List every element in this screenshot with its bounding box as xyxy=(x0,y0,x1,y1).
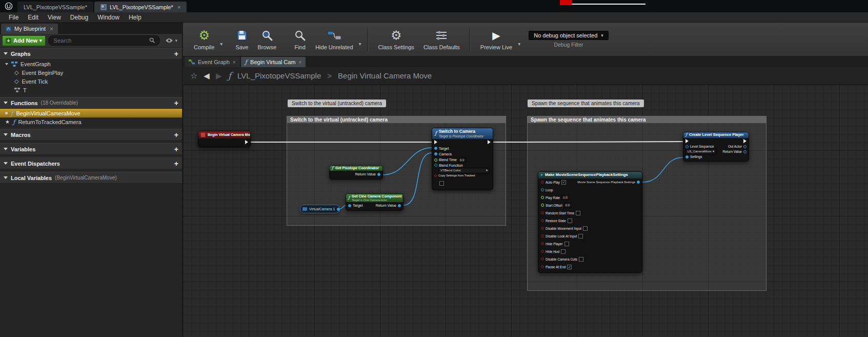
section-event-dispatchers[interactable]: Event Dispatchers + xyxy=(0,157,182,169)
tab-event-graph[interactable]: Event Graph × xyxy=(185,57,240,67)
exec-out-pin[interactable] xyxy=(743,139,746,143)
loop-pin[interactable] xyxy=(541,188,544,191)
node-begin-virtual-camera-move[interactable]: Begin Virtual Camera Move xyxy=(198,131,251,147)
node-create-level-sequence-player[interactable]: ƒ Create Level Sequence Player Level Seq… xyxy=(683,132,749,162)
class-settings-button[interactable]: ⚙ Class Settings xyxy=(374,24,419,55)
node-virtual-camera-variable[interactable]: VirtualCamera 1 xyxy=(300,205,340,213)
start-offset-field[interactable]: 0.0 xyxy=(564,203,571,208)
play-rate-field[interactable]: 1.0 xyxy=(561,195,569,200)
menu-window[interactable]: Window xyxy=(93,12,124,23)
level-sequence-asset-picker[interactable]: LS_CameraMove ▾ xyxy=(685,149,716,154)
hide-player-checkbox[interactable] xyxy=(564,242,569,246)
return-value-pin[interactable] xyxy=(743,150,746,153)
exec-in-pin[interactable] xyxy=(434,140,437,144)
graph-canvas[interactable]: Switch to the virtual (untracked) camera… xyxy=(183,85,868,337)
target-pin[interactable] xyxy=(348,204,351,207)
browse-button[interactable]: Browse xyxy=(253,24,281,55)
exec-out-pin[interactable] xyxy=(245,140,248,144)
level-sequence-pin[interactable] xyxy=(685,145,689,148)
nav-forward-button[interactable]: ▶ xyxy=(216,71,222,81)
favorite-star-icon[interactable]: ☆ xyxy=(190,71,197,81)
disable-look-at-input-checkbox[interactable] xyxy=(578,234,583,239)
tree-item-t[interactable]: T xyxy=(0,86,182,94)
blend-function-pin[interactable] xyxy=(434,164,437,167)
view-options-button[interactable]: ▾ xyxy=(163,38,180,43)
out-actor-pin[interactable] xyxy=(743,145,746,148)
restore-state-pin[interactable] xyxy=(541,219,544,222)
blend-time-field[interactable]: 0.0 xyxy=(458,157,466,163)
section-graphs[interactable]: Graphs + xyxy=(0,48,182,60)
disable-camera-cuts-pin[interactable] xyxy=(541,257,544,261)
random-start-time-pin[interactable] xyxy=(541,211,544,214)
auto-play-checkbox[interactable] xyxy=(561,180,566,185)
menu-help[interactable]: Help xyxy=(124,12,146,23)
preview-live-button[interactable]: ▶ Preview Live xyxy=(476,24,517,55)
menu-edit[interactable]: Edit xyxy=(23,12,43,23)
breadcrumb-root[interactable]: LVL_PixotopeVSSample xyxy=(237,71,321,80)
copy-settings-checkbox[interactable] xyxy=(439,181,444,186)
tree-item-begin-virtual-camera-move[interactable]: ƒ BeginVirtualCameraMove xyxy=(0,109,182,117)
node-get-cine-camera-component[interactable]: ƒ Get Cine Camera Component Target is Ci… xyxy=(346,193,403,211)
collapse-arrow-icon[interactable] xyxy=(5,63,8,65)
compile-options-caret[interactable]: ▾ xyxy=(219,41,224,47)
camera-pin[interactable] xyxy=(434,152,437,155)
hide-unrelated-caret[interactable]: ▾ xyxy=(358,41,362,47)
menu-view[interactable]: View xyxy=(43,12,66,23)
menu-debug[interactable]: Debug xyxy=(66,12,93,23)
add-dispatcher-button[interactable]: + xyxy=(174,160,178,167)
window-tab-blueprint-editor[interactable]: LVL_PixotopeVSSample* × xyxy=(94,2,187,12)
class-defaults-button[interactable]: Class Defaults xyxy=(419,24,465,55)
hide-hud-checkbox[interactable] xyxy=(561,249,566,254)
return-value-pin[interactable] xyxy=(398,204,401,207)
playback-settings-out-pin[interactable] xyxy=(637,181,640,184)
section-macros[interactable]: Macros + xyxy=(0,129,182,141)
random-start-time-checkbox[interactable] xyxy=(576,211,580,215)
menu-file[interactable]: File xyxy=(4,12,23,23)
add-function-button[interactable]: + xyxy=(174,100,178,107)
close-icon[interactable]: × xyxy=(177,4,180,10)
tree-item-event-beginplay[interactable]: ◇ Event BeginPlay xyxy=(0,68,182,77)
section-functions[interactable]: Functions (18 Overridable) + xyxy=(0,97,182,109)
tree-item-eventgraph[interactable]: EventGraph xyxy=(0,60,182,68)
add-variable-button[interactable]: + xyxy=(174,146,178,153)
play-rate-pin[interactable] xyxy=(541,196,544,199)
add-new-button[interactable]: + Add New ▾ xyxy=(2,35,46,46)
breadcrumb-current[interactable]: Begin Virtual Camera Move xyxy=(338,71,432,80)
hide-unrelated-button[interactable]: Hide Unrelated xyxy=(311,24,357,55)
copy-settings-pin[interactable] xyxy=(434,174,437,177)
start-offset-pin[interactable] xyxy=(541,204,544,207)
nav-back-button[interactable]: ◀ xyxy=(204,71,210,81)
pause-at-end-checkbox[interactable] xyxy=(567,265,572,269)
compile-button[interactable]: ⚙ Compile xyxy=(189,24,219,55)
variable-out-pin[interactable] xyxy=(337,208,340,211)
add-macro-button[interactable]: + xyxy=(174,131,178,138)
return-value-pin[interactable] xyxy=(377,173,380,176)
add-graph-button[interactable]: + xyxy=(174,50,178,57)
close-icon[interactable]: × xyxy=(299,60,302,65)
preview-live-caret[interactable]: ▾ xyxy=(517,41,521,47)
section-local-variables[interactable]: Local Variables (BeginVirtualCameraMove) xyxy=(0,172,182,184)
tree-item-event-tick[interactable]: ◇ Event Tick xyxy=(0,77,182,86)
hide-player-pin[interactable] xyxy=(541,242,544,245)
disable-look-at-input-pin[interactable] xyxy=(541,234,544,237)
exec-out-pin[interactable] xyxy=(488,140,491,144)
hide-hud-pin[interactable] xyxy=(541,250,544,253)
search-box[interactable] xyxy=(48,35,160,46)
search-input[interactable] xyxy=(53,37,150,44)
find-button[interactable]: Find xyxy=(289,24,311,55)
blend-function-dropdown[interactable]: VTBlend Cubic ▾ xyxy=(438,168,490,173)
node-make-playback-settings[interactable]: ▸ Make MovieSceneSequencePlaybackSetting… xyxy=(538,171,642,273)
auto-play-pin[interactable] xyxy=(541,181,544,184)
save-button[interactable]: Save xyxy=(231,24,253,55)
close-icon[interactable]: × xyxy=(50,26,53,32)
target-pin[interactable] xyxy=(434,147,437,150)
window-tab-level-editor[interactable]: LVL_PixotopeVSSample* xyxy=(17,2,93,12)
disable-movement-input-checkbox[interactable] xyxy=(583,226,588,231)
section-variables[interactable]: Variables + xyxy=(0,143,182,155)
disable-movement-input-pin[interactable] xyxy=(541,227,544,230)
unreal-logo-icon[interactable] xyxy=(0,0,17,12)
node-get-pixotope-coordinator[interactable]: ƒ Get Pixotope Coordinator Return Value xyxy=(329,165,383,180)
debug-object-dropdown[interactable]: No debug object selected ▾ xyxy=(529,31,609,40)
exec-in-pin[interactable] xyxy=(685,139,689,143)
tab-begin-virtual-camera-move[interactable]: ƒ Begin Virtual Cam × xyxy=(241,57,306,67)
